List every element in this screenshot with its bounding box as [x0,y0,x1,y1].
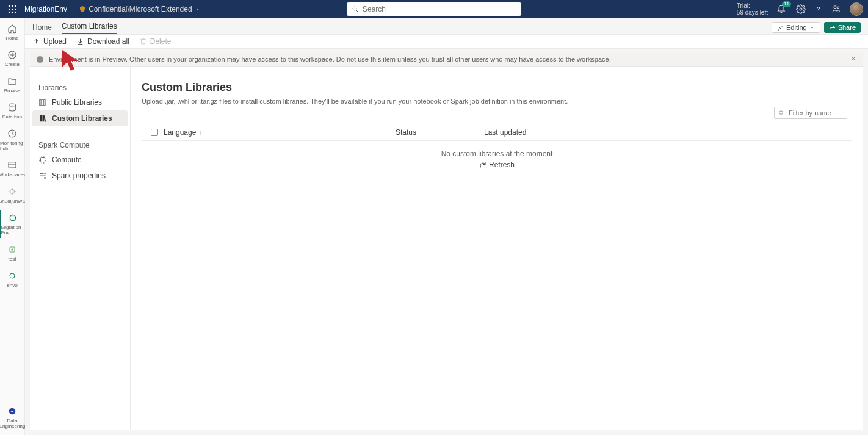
share-icon [829,24,836,31]
sensitivity-text: Confidential\Microsoft Extended [89,5,192,13]
column-language[interactable]: Language ↑ [164,128,396,137]
filter-input[interactable] [789,109,843,117]
column-label: Language [164,128,196,137]
page-title: Custom Libraries [142,81,852,94]
public-libraries-icon [38,98,47,107]
settings-side-nav: Libraries Public Libraries Custom Librar… [30,67,131,430]
empty-message: No custom libraries at the moment [441,149,553,158]
upload-icon [32,37,41,46]
nav-spark-properties[interactable]: Spark properties [32,168,128,184]
banner-close-button[interactable] [850,55,857,63]
workspaces-icon [7,160,18,171]
svg-point-13 [834,6,836,9]
upload-button[interactable]: Upload [32,37,67,46]
waffle-icon[interactable] [5,2,20,16]
help-icon[interactable] [814,5,823,13]
custom-libraries-icon [38,114,47,123]
rail-workspaces[interactable]: Workspaces [0,157,24,180]
nav-custom-libraries[interactable]: Custom Libraries [32,110,128,126]
tab-home[interactable]: Home [32,23,52,34]
download-icon [76,37,85,46]
svg-line-36 [783,113,784,115]
svg-point-11 [800,8,802,10]
svg-point-8 [15,12,16,13]
rail-label: MigrationEnv [1,225,24,235]
column-status[interactable]: Status [396,128,484,137]
rail-label: ShuaijunWS [0,198,26,204]
search-icon [352,5,359,13]
refresh-label: Refresh [489,160,515,169]
svg-point-22 [10,273,15,278]
global-search[interactable] [347,2,521,16]
tab-row: Home Custom Libraries Editing Share [25,18,868,34]
notifications-button[interactable]: 11 [776,4,787,15]
share-label: Share [838,24,856,31]
delete-icon [139,37,148,46]
rail-data-engineering[interactable]: Data Engineering [0,403,24,431]
svg-point-0 [9,5,10,7]
share-button[interactable]: Share [824,22,861,33]
upload-label: Upload [43,37,67,46]
nav-compute[interactable]: Compute [32,152,128,168]
delete-label: Delete [150,37,172,46]
folder-icon [7,76,18,87]
rail-monitoring-hub[interactable]: Monitoring hub [0,126,24,154]
table-header: Language ↑ Status Last updated [142,124,852,141]
svg-point-7 [12,12,13,13]
home-icon [7,23,18,34]
svg-rect-27 [40,99,41,105]
rail-home[interactable]: Home [0,21,24,43]
spark-props-icon [38,171,47,180]
rail-label: test [9,256,16,262]
download-all-button[interactable]: Download all [76,37,129,46]
rail-browse[interactable]: Browse [0,73,24,96]
divider: | [72,5,74,13]
rail-shuaijunws[interactable]: ShuaijunWS [0,184,24,206]
rail-label: env0 [7,282,17,288]
item-icon [7,270,18,281]
select-all-checkbox[interactable] [145,129,164,136]
rail-migrationenv[interactable]: MigrationEnv [0,210,24,238]
svg-rect-25 [40,59,40,61]
rail-create[interactable]: Create [0,47,24,70]
tab-custom-libraries[interactable]: Custom Libraries [62,22,117,34]
rail-env0[interactable]: env0 [0,268,24,290]
svg-rect-29 [44,99,45,105]
trial-remaining: 59 days left [737,9,768,16]
content-wrap: Libraries Public Libraries Custom Librar… [30,67,863,430]
download-all-label: Download all [87,37,129,46]
rail-label: Data hub [2,114,22,120]
monitor-icon [7,128,18,139]
page-description: Upload .jar, .whl or .tar.gz files to in… [142,98,852,105]
rail-test[interactable]: test [0,242,24,264]
left-rail: Home Create Browse Data hub Monitoring h… [0,18,25,435]
toolbar: Upload Download all Delete [25,34,868,49]
preview-info-banner: Environment is in Preview. Other users i… [30,52,863,67]
nav-public-libraries[interactable]: Public Libraries [32,95,128,110]
banner-text: Environment is in Preview. Other users i… [49,56,611,63]
editing-mode-button[interactable]: Editing [772,22,820,33]
empty-state: No custom libraries at the moment Refres… [142,149,852,169]
svg-point-34 [44,177,45,178]
feedback-icon[interactable] [831,4,841,14]
trial-label: Trial: [737,2,768,9]
column-last-updated[interactable]: Last updated [484,128,848,137]
settings-icon[interactable] [796,4,806,14]
global-search-input[interactable] [363,5,516,13]
page-content: Custom Libraries Upload .jar, .whl or .t… [131,67,863,430]
user-avatar[interactable] [850,2,863,16]
nav-label: Spark properties [52,171,106,180]
refresh-button[interactable]: Refresh [479,160,515,169]
trial-status: Trial: 59 days left [737,2,768,16]
pencil-icon [777,24,784,31]
svg-point-35 [779,110,783,114]
section-spark-compute: Spark Compute [32,138,128,152]
plus-circle-icon [7,49,18,60]
workspace-name[interactable]: MigrationEnv [24,5,67,13]
sensitivity-label[interactable]: Confidential\Microsoft Extended [79,5,200,13]
rail-data-hub[interactable]: Data hub [0,99,24,122]
filter-by-name[interactable] [774,107,847,119]
top-bar: MigrationEnv | Confidential\Microsoft Ex… [0,0,868,18]
rail-label: Data Engineering [0,418,25,429]
top-right-controls: Trial: 59 days left 11 [737,2,863,16]
